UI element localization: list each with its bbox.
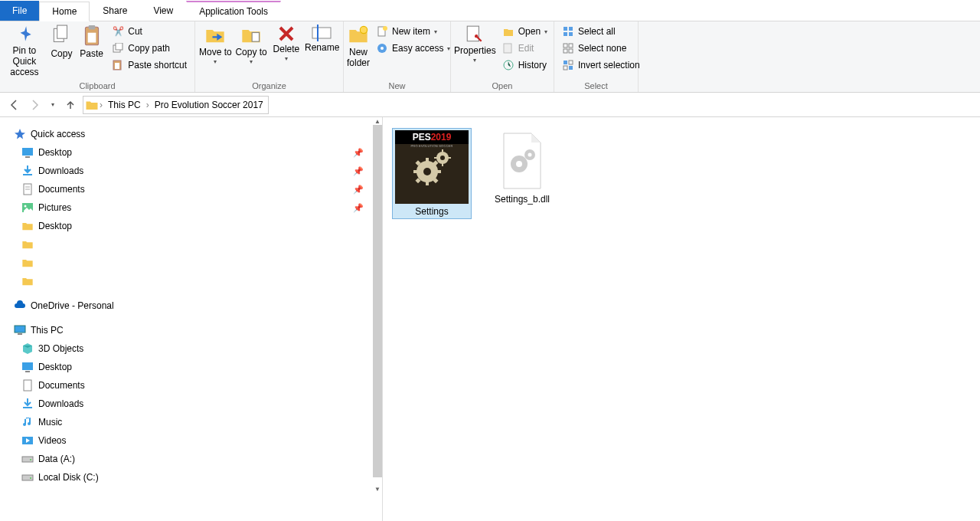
- tab-application-tools[interactable]: Application Tools: [186, 1, 281, 21]
- invert-selection-button[interactable]: Invert selection: [557, 57, 645, 74]
- scroll-down-icon: ▼: [373, 485, 382, 493]
- sidebar-folder-1[interactable]: [0, 235, 382, 254]
- properties-icon: [465, 25, 485, 44]
- copy-to-button[interactable]: Copy to▾: [234, 23, 269, 67]
- file-settings[interactable]: PES2019 PRO EVOLUTION SOCCER: [392, 128, 472, 219]
- up-button[interactable]: [61, 96, 80, 114]
- sidebar-drive-a[interactable]: Data (A:): [0, 450, 382, 468]
- file-pane[interactable]: PES2019 PRO EVOLUTION SOCCER: [383, 117, 980, 521]
- svg-rect-22: [569, 27, 573, 31]
- sidebar-documents[interactable]: Documents 📌: [0, 180, 382, 198]
- pin-icon: 📌: [353, 148, 364, 158]
- copy-button[interactable]: Copy: [47, 23, 76, 61]
- select-none-button[interactable]: Select none: [557, 40, 645, 57]
- ribbon-group-clipboard: Pin to Quick access Copy Paste ✂️ Cut Co…: [0, 21, 195, 92]
- svg-rect-21: [564, 27, 567, 31]
- recent-locations-button[interactable]: ▾: [47, 96, 58, 114]
- sidebar-item-label: This PC: [31, 325, 64, 336]
- folder-icon: [21, 257, 34, 269]
- sidebar-item-label: Videos: [38, 435, 66, 446]
- sidebar-item-label: Downloads: [38, 398, 83, 409]
- select-all-button[interactable]: Select all: [557, 23, 645, 40]
- edit-button[interactable]: Edit: [498, 40, 552, 57]
- easy-access-icon: [376, 42, 388, 54]
- svg-point-14: [383, 26, 387, 31]
- sidebar-onedrive[interactable]: OneDrive - Personal: [0, 297, 382, 315]
- ribbon-group-select: Select all Select none Invert selection …: [554, 21, 639, 92]
- new-group-title: New: [347, 79, 447, 92]
- pin-icon: 📌: [353, 166, 364, 176]
- sidebar-pc-downloads[interactable]: Downloads: [0, 395, 382, 413]
- new-item-label: New item: [392, 26, 430, 37]
- easy-access-button[interactable]: Easy access ▾: [371, 40, 455, 57]
- rename-button[interactable]: Rename: [304, 23, 340, 55]
- sidebar-videos[interactable]: Videos: [0, 431, 382, 450]
- sidebar-downloads[interactable]: Downloads 📌: [0, 162, 382, 180]
- history-icon: [502, 59, 514, 71]
- svg-rect-1: [57, 25, 67, 38]
- tab-view[interactable]: View: [140, 1, 186, 21]
- copy-to-label: Copy to: [235, 48, 266, 58]
- copy-path-button[interactable]: Copy path: [107, 40, 191, 57]
- sidebar-3d-objects[interactable]: 3D Objects: [0, 339, 382, 358]
- svg-rect-28: [569, 49, 573, 53]
- svg-rect-19: [504, 44, 511, 53]
- address-bar[interactable]: › This PC › Pro Evolution Soccer 2017: [83, 96, 269, 114]
- sidebar-item-label: Documents: [38, 380, 85, 391]
- sidebar-desktop-qa[interactable]: Desktop: [0, 217, 382, 235]
- pin-quick-access-button[interactable]: Pin to Quick access: [3, 23, 46, 79]
- invert-selection-icon: [562, 59, 574, 71]
- file-label: Settings_b.dll: [495, 194, 550, 205]
- back-button[interactable]: [5, 96, 23, 114]
- cut-button[interactable]: ✂️ Cut: [107, 23, 191, 40]
- svg-point-18: [475, 34, 478, 38]
- tab-file[interactable]: File: [0, 1, 39, 21]
- svg-rect-41: [15, 326, 25, 333]
- svg-rect-35: [23, 174, 32, 175]
- sidebar-music[interactable]: Music: [0, 413, 382, 431]
- new-folder-button[interactable]: New folder: [347, 23, 370, 70]
- scroll-thumb[interactable]: [373, 125, 382, 477]
- svg-point-63: [440, 156, 445, 160]
- sidebar-folder-2[interactable]: [0, 254, 382, 272]
- chevron-down-icon: ▾: [214, 58, 217, 65]
- open-button[interactable]: Open ▾: [498, 23, 552, 40]
- breadcrumb-this-pc[interactable]: This PC: [103, 97, 145, 113]
- paste-shortcut-button[interactable]: Paste shortcut: [107, 57, 191, 74]
- edit-label: Edit: [518, 43, 534, 54]
- paste-button[interactable]: Paste: [77, 23, 106, 61]
- sidebar-desktop[interactable]: Desktop 📌: [0, 143, 382, 162]
- svg-rect-64: [442, 149, 443, 152]
- sidebar-folder-3[interactable]: [0, 272, 382, 290]
- history-button[interactable]: History: [498, 57, 552, 74]
- sidebar-quick-access[interactable]: Quick access: [0, 125, 382, 143]
- paste-shortcut-label: Paste shortcut: [128, 60, 187, 70]
- pc-icon: [14, 324, 26, 336]
- ribbon-group-new: New folder New item ▾ Easy access ▾ New: [344, 21, 451, 92]
- file-settings-dll[interactable]: Settings_b.dll: [482, 128, 562, 207]
- tab-strip: File Home Share View Application Tools: [0, 0, 980, 21]
- star-icon: [14, 128, 26, 140]
- move-to-button[interactable]: Move to▾: [198, 23, 233, 67]
- sidebar-scrollbar[interactable]: ▲ ▼: [373, 117, 382, 493]
- select-none-icon: [562, 42, 574, 54]
- chevron-down-icon: ▾: [544, 28, 547, 35]
- breadcrumb-folder[interactable]: Pro Evolution Soccer 2017: [150, 97, 268, 113]
- forward-button[interactable]: [26, 96, 44, 114]
- sidebar-this-pc[interactable]: This PC: [0, 321, 382, 339]
- sidebar-pc-documents[interactable]: Documents: [0, 376, 382, 395]
- new-item-button[interactable]: New item ▾: [371, 23, 455, 40]
- sidebar-pictures[interactable]: Pictures 📌: [0, 198, 382, 217]
- svg-point-71: [528, 153, 532, 157]
- tab-share[interactable]: Share: [90, 1, 140, 21]
- tab-home[interactable]: Home: [39, 2, 90, 21]
- delete-button[interactable]: Delete▾: [270, 23, 303, 64]
- copy-path-icon: [112, 42, 124, 54]
- properties-button[interactable]: Properties▾: [454, 23, 496, 65]
- arrow-up-icon: [64, 99, 77, 111]
- sidebar-pc-desktop[interactable]: Desktop: [0, 358, 382, 376]
- sidebar-drive-c[interactable]: Local Disk (C:): [0, 468, 382, 487]
- copy-path-label: Copy path: [128, 43, 170, 54]
- ribbon: Pin to Quick access Copy Paste ✂️ Cut Co…: [0, 21, 980, 93]
- music-icon: [21, 416, 34, 428]
